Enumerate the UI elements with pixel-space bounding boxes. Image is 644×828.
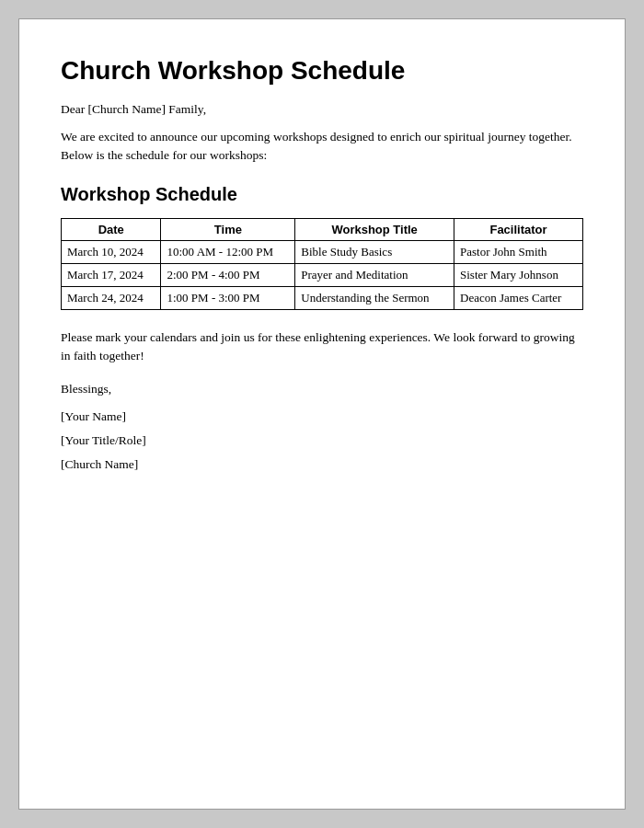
col-header-facilitator: Facilitator: [454, 218, 583, 240]
cell-time-2: 1:00 PM - 3:00 PM: [161, 286, 295, 309]
cell-title-0: Bible Study Basics: [295, 240, 454, 263]
main-title: Church Workshop Schedule: [61, 56, 583, 86]
cell-facilitator-0: Pastor John Smith: [454, 240, 583, 263]
cell-title-1: Prayer and Meditation: [295, 263, 454, 286]
section-title: Workshop Schedule: [61, 184, 583, 205]
cell-date-0: March 10, 2024: [62, 240, 161, 263]
col-header-title: Workshop Title: [295, 218, 454, 240]
church-name-signature: [Church Name]: [61, 457, 583, 472]
salutation: Dear [Church Name] Family,: [61, 102, 583, 117]
col-header-date: Date: [62, 218, 161, 240]
cell-time-1: 2:00 PM - 4:00 PM: [161, 263, 295, 286]
your-title: [Your Title/Role]: [61, 433, 583, 448]
blessings: Blessings,: [61, 382, 583, 397]
cell-facilitator-1: Sister Mary Johnson: [454, 263, 583, 286]
col-header-time: Time: [161, 218, 295, 240]
table-header-row: Date Time Workshop Title Facilitator: [62, 218, 583, 240]
your-name: [Your Name]: [61, 409, 583, 424]
document-page: Church Workshop Schedule Dear [Church Na…: [18, 18, 626, 810]
table-row: March 24, 20241:00 PM - 3:00 PMUnderstan…: [62, 286, 583, 309]
table-row: March 17, 20242:00 PM - 4:00 PMPrayer an…: [62, 263, 583, 286]
cell-time-0: 10:00 AM - 12:00 PM: [161, 240, 295, 263]
cell-date-2: March 24, 2024: [62, 286, 161, 309]
table-row: March 10, 202410:00 AM - 12:00 PMBible S…: [62, 240, 583, 263]
workshop-table: Date Time Workshop Title Facilitator Mar…: [61, 218, 583, 310]
cell-date-1: March 17, 2024: [62, 263, 161, 286]
cell-title-2: Understanding the Sermon: [295, 286, 454, 309]
closing-text: Please mark your calendars and join us f…: [61, 328, 583, 366]
cell-facilitator-2: Deacon James Carter: [454, 286, 583, 309]
intro-text: We are excited to announce our upcoming …: [61, 128, 583, 166]
